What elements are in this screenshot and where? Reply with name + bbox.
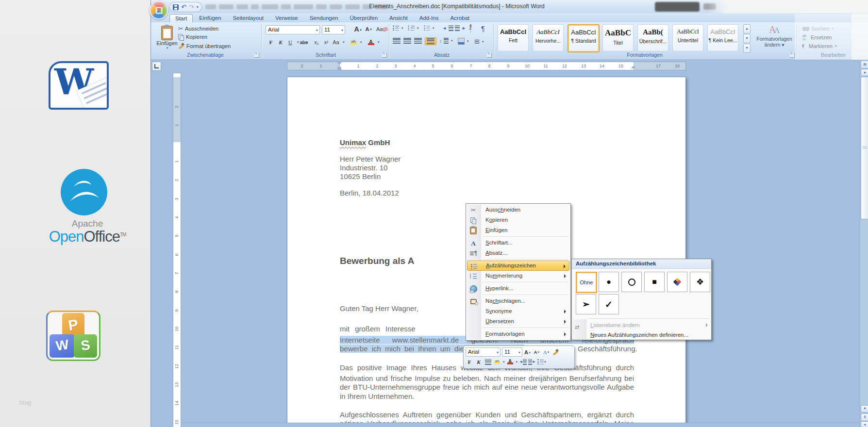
bullet-option-ring[interactable] (621, 272, 642, 292)
mini-font-family-combo[interactable]: Arial (466, 347, 501, 357)
menu-item-hyperlink[interactable]: Hyperlink... (467, 283, 569, 294)
tab-überprüfen[interactable]: Überprüfen (345, 14, 384, 22)
numbered-list-button[interactable]: ▾ (408, 25, 419, 31)
borders-button[interactable]: ⊞▾ (474, 38, 484, 45)
multilevel-list-button[interactable]: ▾ (424, 25, 434, 31)
italic-button[interactable]: K (276, 38, 285, 47)
mini-font-color-button[interactable]: A (506, 358, 514, 366)
highlight-color-button[interactable]: ab▾ (349, 38, 362, 47)
left-indent-marker[interactable] (337, 68, 341, 70)
menu-item-kopieren[interactable]: Kopieren (467, 215, 569, 225)
styles-dialog-launcher[interactable] (790, 53, 795, 58)
menu-item-ausschneiden[interactable]: ✂Ausschneiden (467, 205, 569, 215)
style-Standard[interactable]: AaBbCcI¶ Standard (568, 24, 600, 52)
select-button[interactable]: Markieren▾ (802, 43, 836, 49)
scroll-up-icon[interactable]: ▲ (861, 69, 868, 76)
mini-italic-button[interactable]: K (475, 358, 483, 366)
menu-item-einfügen[interactable]: Einfügen (467, 225, 569, 235)
change-styles-button[interactable]: AA Formatvorlagen ändern ▾ (754, 24, 795, 51)
grow-font-button[interactable]: A▲ (354, 25, 363, 33)
paste-button[interactable]: Einfügen ▾ (157, 24, 177, 52)
tab-seitenlayout[interactable]: Seitenlayout (228, 14, 269, 22)
align-center-button[interactable] (403, 38, 411, 44)
menu-item-schriftart[interactable]: ASchriftart... (467, 238, 569, 248)
tab-einfügen[interactable]: Einfügen (194, 14, 226, 22)
style-Hervorhe[interactable]: AaBbCcIHervorhe... (533, 24, 564, 51)
style-Untertitel[interactable]: AaBbCcIUntertitel (672, 24, 703, 51)
ms-word-icon[interactable]: W (49, 61, 109, 110)
find-button[interactable]: Suchen▾ (802, 26, 834, 32)
show-paragraph-marks-button[interactable]: ¶ (481, 25, 485, 33)
mini-shrink-font-button[interactable]: A▼ (533, 348, 541, 356)
mini-bullets-button[interactable]: ▾ (537, 358, 546, 366)
tab-sendungen[interactable]: Sendungen (304, 14, 344, 22)
bullet-option-square[interactable]: ■ (644, 272, 665, 292)
gallery-up-icon[interactable]: ▲ (743, 24, 751, 33)
ruler-toggle-button[interactable]: ▤ (861, 61, 868, 68)
previous-page-button[interactable]: ⇞ (861, 413, 868, 421)
tab-verweise[interactable]: Verweise (270, 14, 303, 22)
mini-highlight-button[interactable]: ab (493, 358, 501, 366)
style-Titel[interactable]: AaBbCTitel (602, 24, 634, 51)
align-right-button[interactable] (414, 38, 422, 44)
style-Fett[interactable]: AaBbCcIFett (498, 24, 529, 51)
bullet-option-check[interactable]: ✓ (599, 294, 619, 314)
style-berschrif[interactable]: AaBb(Überschrif... (637, 24, 668, 51)
increase-indent-button[interactable]: ► (455, 25, 466, 31)
mini-font-size-combo[interactable]: 11 (502, 347, 522, 357)
bullet-option-diamonds[interactable]: ❖ (690, 272, 710, 292)
office-button[interactable] (150, 1, 168, 19)
line-spacing-button[interactable]: ↕▾ (439, 38, 453, 44)
shading-button[interactable]: ▾ (458, 38, 469, 45)
scrollbar-thumb[interactable] (861, 77, 868, 219)
menu-item-aufzählungszeichen[interactable]: Aufzählungszeichen (467, 261, 569, 271)
menu-item-absatz[interactable]: ≣¶Absatz... (467, 248, 569, 258)
horizontal-ruler[interactable]: 211234567891011121314151718 (287, 62, 686, 70)
gallery-down-icon[interactable]: ▼ (743, 34, 751, 43)
change-list-level-item[interactable]: ⇄ Listenebene ändern (572, 320, 711, 330)
font-family-combo[interactable]: Arial (266, 25, 320, 34)
tab-acrobat[interactable]: Acrobat (445, 14, 475, 22)
copy-button[interactable]: Kopieren (178, 34, 207, 40)
bold-button[interactable]: F (267, 38, 275, 47)
shrink-font-button[interactable]: A▼ (365, 25, 373, 33)
mini-bold-button[interactable]: F (466, 358, 473, 366)
replace-button[interactable]: Ersetzen (802, 34, 832, 40)
first-line-indent-marker[interactable] (337, 62, 342, 65)
menu-item-nachschlagen[interactable]: Nachschlagen... (467, 296, 569, 306)
mini-grow-font-button[interactable]: A▲ (524, 348, 532, 356)
menu-item-formatvorlagen[interactable]: Formatvorlagen (467, 329, 569, 339)
bullet-option-colordiamond[interactable] (667, 272, 687, 292)
bullet-option-dot[interactable]: ● (599, 272, 619, 292)
vertical-scrollbar[interactable]: ▤ ▲ ▼ ⇞ ● ⇟ (860, 60, 868, 427)
font-dialog-launcher[interactable] (382, 53, 387, 58)
right-indent-marker[interactable] (631, 66, 636, 68)
openoffice-logo[interactable]: Apache OpenOfficeTM (41, 169, 134, 249)
tab-ansicht[interactable]: Ansicht (384, 14, 413, 22)
tab-stop-selector[interactable] (152, 62, 161, 71)
align-left-button[interactable] (393, 38, 401, 44)
underline-button[interactable]: U▾ (286, 38, 299, 47)
menu-item-übersetzen[interactable]: Übersetzen (467, 316, 569, 327)
format-painter-button[interactable]: Format übertragen (178, 43, 231, 49)
tab-start[interactable]: Start (169, 14, 193, 23)
vertical-ruler[interactable]: 21123456789101112131415 (173, 73, 181, 427)
bullet-option-ohne[interactable]: Ohne (576, 272, 597, 293)
sort-button[interactable]: AZ (469, 24, 472, 33)
superscript-button[interactable]: x² (322, 38, 331, 47)
mini-increase-indent-button[interactable]: ► (528, 358, 536, 366)
mini-format-painter-button[interactable] (551, 348, 559, 356)
decrease-indent-button[interactable]: ◄ (442, 25, 453, 31)
mini-styles-button[interactable]: A▾ (542, 348, 550, 356)
clipboard-dialog-launcher[interactable] (254, 53, 259, 58)
font-size-combo[interactable]: 11 (322, 25, 345, 34)
strikethrough-button[interactable]: abe (300, 38, 308, 47)
justify-button[interactable] (425, 37, 436, 45)
paragraph-dialog-launcher[interactable] (487, 53, 492, 58)
style-KeinLee[interactable]: AaBbCcI¶ Kein Lee... (707, 24, 738, 51)
font-color-button[interactable]: A▾ (367, 38, 380, 47)
subscript-button[interactable]: x₂ (312, 38, 321, 47)
change-case-button[interactable]: Aa▾ (332, 38, 345, 47)
tab-add-ins[interactable]: Add-Ins (414, 14, 444, 22)
wps-office-icon[interactable]: P W S (46, 311, 100, 361)
